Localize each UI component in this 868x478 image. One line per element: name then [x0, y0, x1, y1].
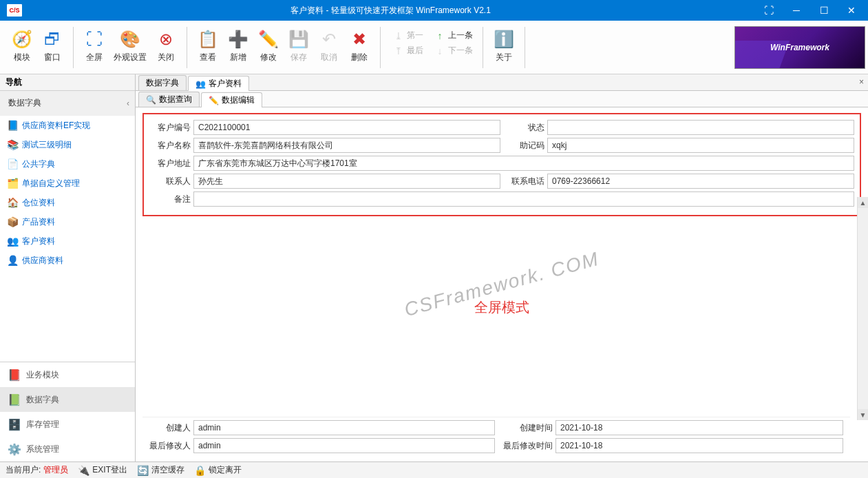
exit-button[interactable]: 🔌 EXIT登出: [78, 464, 127, 476]
first-record-button: ⤓ 第一: [388, 28, 429, 43]
plus-icon: ➕: [227, 28, 249, 50]
nav-item-icon: 📄: [7, 158, 18, 169]
tab-close-button[interactable]: ×: [859, 77, 864, 87]
input-customer-id[interactable]: [193, 120, 500, 135]
input-creator[interactable]: [193, 420, 495, 435]
nav-item-icon: 🏠: [7, 197, 18, 208]
status-current-user: 当前用户: 管理员: [6, 464, 68, 476]
palette-icon: 🎨: [119, 28, 141, 50]
pencil-icon: ✏️: [257, 28, 279, 50]
nav-item-0[interactable]: 📘供应商资料EF实现: [0, 116, 135, 135]
scroll-up-icon[interactable]: ▲: [858, 197, 868, 208]
label-phone: 联系电话: [503, 176, 544, 187]
label-customer-name: 客户名称: [149, 140, 191, 152]
module-button[interactable]: 🧭 模块: [7, 25, 37, 67]
last-record-button: ⤒ 最后: [388, 43, 429, 59]
window-title: 客户资料 - 轻量级可快速开发框架 WinFramework V2.1: [26, 5, 755, 17]
nav-group-2[interactable]: 🗄️库存管理: [0, 412, 135, 437]
users-icon: 👥: [195, 79, 206, 89]
info-icon: ℹ️: [493, 28, 515, 50]
ribbon-toolbar: 🧭 模块 🗗 窗口 ⛶ 全屏 🎨 外观设置 ⊗ 关闭 📋 查看 ➕ 新增: [0, 21, 868, 74]
nav-item-label: 产品资料: [22, 216, 55, 228]
vertical-scrollbar[interactable]: ▲ ▼: [857, 197, 868, 420]
close-tab-button[interactable]: ⊗ 关闭: [151, 25, 181, 67]
maximize-button[interactable]: ☐: [810, 0, 838, 21]
down-icon: ↓: [434, 45, 445, 56]
undo-icon: ↶: [318, 28, 340, 50]
watermark-text: CSFramework. COM: [402, 248, 602, 321]
document-tabs: 数据字典 👥 客户资料 ×: [136, 74, 868, 91]
nav-section-title[interactable]: 数据字典 ‹: [0, 91, 135, 116]
nav-item-5[interactable]: 📦产品资料: [0, 212, 135, 231]
scroll-down-icon[interactable]: ▼: [858, 409, 868, 420]
subtab-edit[interactable]: ✏️ 数据编辑: [201, 92, 262, 107]
nav-group-label: 库存管理: [26, 419, 59, 430]
nav-item-icon: 🗂️: [7, 178, 18, 189]
input-status[interactable]: [547, 120, 854, 135]
add-button[interactable]: ➕ 新增: [223, 25, 253, 67]
first-icon: ⤓: [393, 30, 404, 41]
nav-group-icon: 📕: [8, 368, 21, 381]
appearance-button[interactable]: 🎨 外观设置: [109, 25, 151, 67]
nav-group-1[interactable]: 📗数据字典: [0, 387, 135, 412]
about-button[interactable]: ℹ️ 关于: [489, 25, 519, 67]
exit-icon: 🔌: [78, 465, 89, 476]
tab-data-dict[interactable]: 数据字典: [138, 75, 187, 90]
status-bar: 当前用户: 管理员 🔌 EXIT登出 🔄 清空缓存 🔒 锁定离开: [0, 461, 868, 478]
nav-item-icon: 📦: [7, 216, 18, 227]
title-bar: C/S 客户资料 - 轻量级可快速开发框架 WinFramework V2.1 …: [0, 0, 868, 21]
nav-item-label: 仓位资料: [22, 197, 55, 209]
edit-button[interactable]: ✏️ 修改: [253, 25, 284, 67]
nav-group-label: 数据字典: [26, 394, 59, 406]
nav-group-3[interactable]: ⚙️系统管理: [0, 437, 135, 461]
nav-header: 导航: [0, 74, 135, 91]
input-contact[interactable]: [193, 174, 500, 189]
input-phone[interactable]: [547, 174, 854, 189]
view-icon: 📋: [197, 28, 219, 50]
nav-item-label: 供应商资料EF实现: [22, 120, 90, 132]
input-address[interactable]: [193, 156, 854, 171]
delete-icon: ✖: [348, 28, 370, 50]
fullscreen-button[interactable]: ⛶ 全屏: [79, 25, 109, 67]
nav-item-7[interactable]: 👤供应商资料: [0, 251, 135, 270]
window-button[interactable]: 🗗 窗口: [37, 25, 67, 67]
input-mnemonic[interactable]: [547, 138, 854, 153]
label-modify-time: 最后修改时间: [498, 440, 553, 452]
input-remark[interactable]: [193, 191, 854, 207]
view-button[interactable]: 📋 查看: [193, 25, 223, 67]
nav-group-label: 业务模块: [26, 369, 59, 381]
minimize-button[interactable]: ─: [783, 0, 810, 21]
edit-icon: ✏️: [209, 96, 219, 105]
input-customer-name[interactable]: [193, 138, 500, 153]
label-modifier: 最后修改人: [149, 440, 191, 452]
nav-item-2[interactable]: 📄公共字典: [0, 154, 135, 174]
label-remark: 备注: [149, 194, 191, 205]
close-window-button[interactable]: ✕: [838, 0, 865, 21]
lock-button[interactable]: 🔒 锁定离开: [194, 464, 242, 476]
input-modify-time[interactable]: [555, 438, 843, 453]
nav-group-0[interactable]: 📕业务模块: [0, 362, 135, 387]
windows-icon: 🗗: [41, 28, 63, 50]
delete-button[interactable]: ✖ 删除: [344, 25, 374, 67]
label-address: 客户地址: [149, 158, 191, 169]
nav-item-3[interactable]: 🗂️单据自定义管理: [0, 174, 135, 193]
nav-tree: 📘供应商资料EF实现📚测试三级明细📄公共字典🗂️单据自定义管理🏠仓位资料📦产品资…: [0, 116, 135, 362]
tab-customer[interactable]: 👥 客户资料: [188, 76, 249, 91]
label-creator: 创建人: [149, 422, 191, 434]
nav-item-4[interactable]: 🏠仓位资料: [0, 193, 135, 212]
label-customer-id: 客户编号: [149, 122, 191, 134]
compass-icon: 🧭: [11, 28, 33, 50]
clear-cache-button[interactable]: 🔄 清空缓存: [137, 464, 184, 476]
nav-group-icon: 📗: [8, 393, 21, 406]
nav-item-icon: 📚: [7, 139, 18, 150]
up-icon: ↑: [434, 30, 445, 41]
input-create-time[interactable]: [555, 420, 843, 435]
input-modifier[interactable]: [193, 438, 495, 453]
subtab-query[interactable]: 🔍 数据查询: [138, 92, 200, 107]
fullscreen-icon: ⛶: [83, 28, 105, 50]
fullscreen-window-button[interactable]: ⛶: [755, 0, 783, 21]
nav-item-6[interactable]: 👥客户资料: [0, 231, 135, 251]
prev-record-button[interactable]: ↑ 上一条: [432, 28, 476, 43]
nav-item-label: 测试三级明细: [22, 139, 72, 151]
nav-item-1[interactable]: 📚测试三级明细: [0, 135, 135, 154]
